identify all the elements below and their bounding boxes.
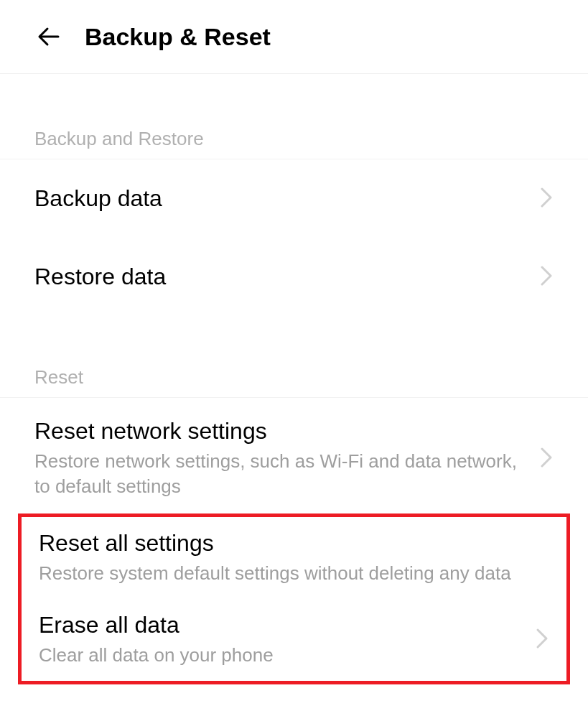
content-area: Backup and Restore Backup data Restore d… — [0, 74, 588, 684]
reset-network-settings-item[interactable]: Reset network settings Restore network s… — [0, 398, 588, 514]
chevron-right-icon — [539, 446, 554, 472]
backup-data-item[interactable]: Backup data — [0, 159, 588, 238]
restore-data-title: Restore data — [34, 264, 525, 290]
arrow-left-icon — [34, 22, 65, 52]
header-bar: Backup & Reset — [0, 0, 588, 74]
highlighted-options: Reset all settings Restore system defaul… — [18, 514, 570, 684]
reset-network-subtitle: Restore network settings, such as Wi-Fi … — [34, 449, 525, 499]
list-item-text: Reset network settings Restore network s… — [34, 418, 525, 499]
section-header-backup: Backup and Restore — [0, 74, 588, 159]
erase-all-data-item[interactable]: Erase all data Clear all data on your ph… — [22, 599, 566, 681]
list-item-text: Restore data — [34, 264, 525, 290]
page-title: Backup & Reset — [85, 23, 271, 51]
chevron-right-icon — [539, 264, 554, 290]
chevron-right-icon — [535, 627, 549, 653]
section-header-backup-label: Backup and Restore — [34, 128, 204, 150]
section-header-reset-label: Reset — [34, 366, 83, 388]
reset-network-title: Reset network settings — [34, 418, 525, 445]
list-item-text: Reset all settings Restore system defaul… — [39, 530, 549, 586]
erase-all-subtitle: Clear all data on your phone — [39, 643, 521, 668]
reset-all-subtitle: Restore system default settings without … — [39, 561, 549, 586]
list-item-text: Backup data — [34, 185, 525, 212]
erase-all-title: Erase all data — [39, 612, 521, 638]
restore-data-item[interactable]: Restore data — [0, 238, 588, 316]
reset-all-title: Reset all settings — [39, 530, 549, 557]
back-button[interactable] — [34, 22, 65, 52]
reset-all-settings-item[interactable]: Reset all settings Restore system defaul… — [22, 517, 566, 599]
chevron-right-icon — [539, 186, 554, 212]
backup-data-title: Backup data — [34, 185, 525, 212]
list-item-text: Erase all data Clear all data on your ph… — [39, 612, 521, 668]
section-header-reset: Reset — [0, 316, 588, 398]
